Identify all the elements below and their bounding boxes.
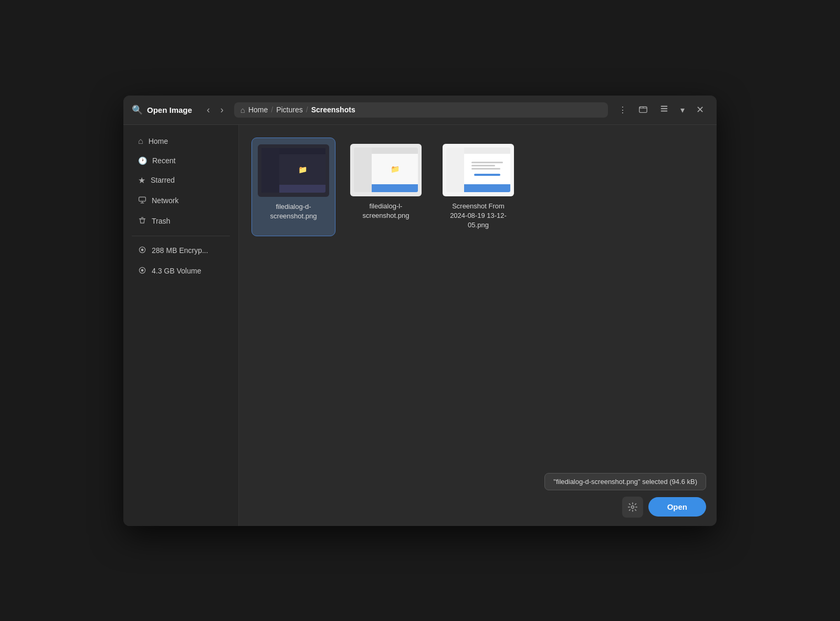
file-grid: 📁 filedialog-d-screenshot.png (239, 125, 717, 467)
sidebar-item-vol1[interactable]: 288 MB Encryp... (128, 241, 234, 260)
breadcrumb-pictures[interactable]: Pictures (276, 106, 303, 114)
search-icon: 🔍 (132, 104, 143, 115)
body: ⌂ Home 🕐 Recent ★ Starred Network (123, 125, 717, 526)
more-options-button[interactable]: ⋮ (614, 102, 631, 118)
file-label-1: filedialog-d-screenshot.png (258, 202, 329, 221)
sidebar-label-starred: Starred (151, 176, 175, 184)
sidebar-item-recent[interactable]: 🕐 Recent (128, 152, 234, 170)
header-actions: ⋮ ▾ ✕ (614, 101, 708, 119)
new-folder-icon (638, 104, 648, 114)
back-button[interactable]: ‹ (203, 102, 214, 118)
sidebar-label-network: Network (152, 196, 178, 205)
header-title: 🔍 Open Image (132, 104, 192, 115)
mock-text-lines (471, 162, 503, 170)
svg-rect-4 (139, 197, 146, 201)
mock-folder-icon-l: 📁 (391, 165, 400, 173)
forward-button[interactable]: › (216, 102, 228, 118)
svg-rect-8 (141, 269, 144, 271)
svg-point-9 (631, 506, 634, 508)
sidebar-item-network[interactable]: Network (128, 191, 234, 210)
main-content: 📁 filedialog-d-screenshot.png (239, 125, 717, 526)
file-item-2[interactable]: 📁 filedialog-l-screenshot.png (344, 138, 428, 237)
star-icon: ★ (138, 175, 145, 185)
open-button[interactable]: Open (648, 497, 706, 517)
list-view-button[interactable] (655, 101, 673, 119)
svg-rect-3 (661, 111, 668, 112)
file-thumbnail-2: 📁 (350, 144, 422, 196)
sidebar-item-trash[interactable]: Trash (128, 212, 234, 231)
recent-icon: 🕐 (138, 156, 147, 165)
mock-folder-icon: 📁 (298, 165, 307, 174)
svg-rect-2 (661, 108, 668, 109)
breadcrumb-sep1: / (271, 106, 273, 114)
window-title: Open Image (147, 106, 192, 114)
sidebar-label-trash: Trash (152, 217, 170, 225)
file-thumbnail-1: 📁 (258, 144, 329, 197)
sort-dropdown-button[interactable]: ▾ (676, 102, 689, 118)
sidebar-label-vol1: 288 MB Encryp... (152, 246, 208, 255)
thumbnail-dark: 📁 (258, 144, 329, 197)
list-view-icon (659, 104, 669, 113)
file-label-3: Screenshot From 2024-08-19 13-12-05.png (443, 202, 514, 230)
svg-rect-1 (661, 106, 668, 107)
sidebar-item-starred[interactable]: ★ Starred (128, 171, 234, 190)
settings-button[interactable] (622, 497, 643, 518)
file-item-1[interactable]: 📁 filedialog-d-screenshot.png (251, 138, 335, 237)
file-item-3[interactable]: Screenshot From 2024-08-19 13-12-05.png (436, 138, 520, 237)
thumbnail-light: 📁 (350, 144, 422, 196)
trash-icon (138, 216, 146, 226)
network-icon (138, 196, 146, 206)
sidebar-item-home[interactable]: ⌂ Home (128, 132, 234, 151)
nav-buttons: ‹ › (203, 102, 228, 118)
breadcrumb-home[interactable]: Home (248, 106, 268, 114)
selected-file-info: "filedialog-d-screenshot.png" selected (… (544, 473, 706, 490)
status-bar: "filedialog-d-screenshot.png" selected (… (239, 467, 717, 497)
sidebar: ⌂ Home 🕐 Recent ★ Starred Network (123, 125, 239, 526)
header: 🔍 Open Image ‹ › ⌂ Home / Pictures / Scr… (123, 96, 717, 125)
new-folder-button[interactable] (634, 101, 652, 119)
breadcrumb-current: Screenshots (311, 106, 355, 114)
breadcrumb: ⌂ Home / Pictures / Screenshots (234, 102, 608, 118)
close-button[interactable]: ✕ (692, 102, 708, 118)
sidebar-label-home: Home (149, 137, 168, 145)
file-label-2: filedialog-l-screenshot.png (350, 202, 422, 220)
svg-rect-6 (141, 248, 144, 251)
sidebar-divider (132, 236, 230, 236)
volume2-icon (138, 266, 146, 276)
dialog-window: 🔍 Open Image ‹ › ⌂ Home / Pictures / Scr… (123, 96, 717, 526)
settings-icon (627, 502, 638, 512)
sidebar-label-recent: Recent (152, 156, 175, 165)
bottom-actions: Open (239, 497, 717, 526)
file-thumbnail-3 (443, 144, 514, 196)
volume1-icon (138, 246, 146, 256)
thumbnail-white (443, 144, 514, 196)
sidebar-item-vol2[interactable]: 4.3 GB Volume (128, 261, 234, 281)
sidebar-label-vol2: 4.3 GB Volume (152, 267, 201, 275)
home-sidebar-icon: ⌂ (138, 136, 143, 146)
home-icon: ⌂ (240, 106, 245, 114)
breadcrumb-sep2: / (306, 106, 308, 114)
